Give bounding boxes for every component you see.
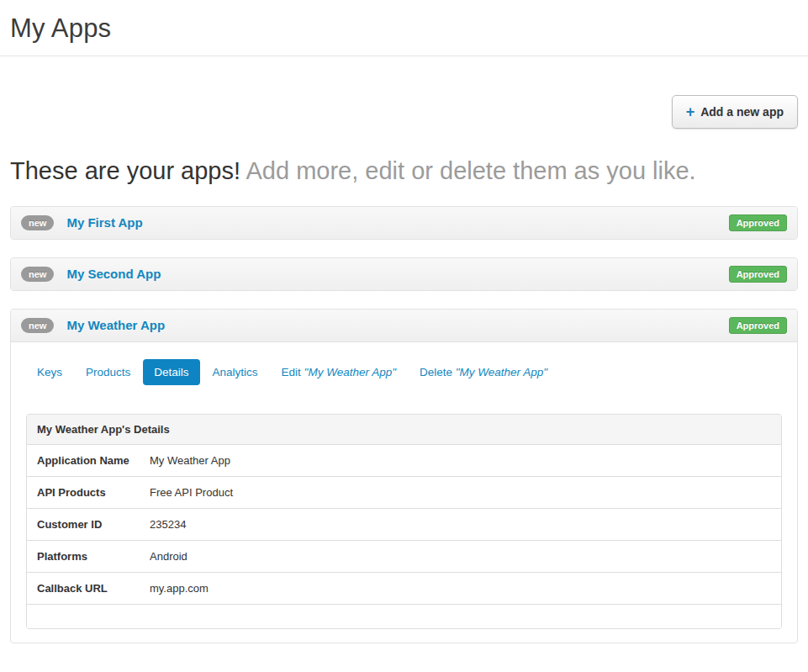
app-name-link[interactable]: My First App (66, 215, 142, 230)
tab-products-label[interactable]: Products (75, 359, 141, 385)
details-row-label: API Products (37, 486, 150, 499)
details-table-title: My Weather App's Details (27, 415, 781, 445)
details-row-application-name: Application Name My Weather App (27, 445, 781, 477)
app-panel-header[interactable]: new My Second App Approved (11, 258, 797, 290)
details-row-value: Free API Product (150, 486, 771, 499)
tab-details-label[interactable]: Details (143, 359, 199, 385)
status-badge: Approved (729, 214, 787, 231)
app-tabs: Keys Products Details Analytics Edit "My… (26, 359, 782, 385)
details-row-label: Customer ID (37, 518, 150, 531)
details-row-value: my.app.com (150, 582, 771, 595)
details-row-callback-url: Callback URL my.app.com (27, 573, 781, 605)
tab-keys-label[interactable]: Keys (26, 359, 73, 385)
tab-delete-app[interactable]: Delete "My Weather App" (409, 359, 558, 385)
page-header: My Apps (0, 0, 808, 56)
details-row-label: Platforms (37, 550, 150, 563)
app-panel-weather: new My Weather App Approved Keys Product… (10, 309, 798, 643)
tab-delete-app-link[interactable]: Delete "My Weather App" (409, 359, 558, 385)
details-row-value: My Weather App (150, 454, 771, 467)
new-badge: new (21, 215, 54, 230)
headline-secondary: Add more, edit or delete them as you lik… (240, 157, 696, 184)
details-row-platforms: Platforms Android (27, 541, 781, 573)
details-row-customer-id: Customer ID 235234 (27, 509, 781, 541)
main-content: + Add a new app These are your apps! Add… (0, 56, 808, 643)
app-name-link[interactable]: My Weather App (66, 318, 165, 332)
tab-edit-prefix: Edit (282, 366, 304, 378)
add-button-label: Add a new app (700, 105, 784, 119)
app-panel-header[interactable]: new My First App Approved (11, 207, 797, 239)
plus-icon: + (686, 106, 695, 118)
tab-delete-app-name: "My Weather App" (456, 366, 547, 378)
app-panel-body: Keys Products Details Analytics Edit "My… (11, 342, 797, 643)
new-badge: new (21, 318, 54, 333)
add-new-app-button[interactable]: + Add a new app (672, 95, 798, 129)
details-row-label: Application Name (37, 454, 150, 467)
tab-analytics-label[interactable]: Analytics (202, 359, 269, 385)
app-panel-second: new My Second App Approved (10, 257, 798, 291)
toolbar: + Add a new app (10, 56, 798, 129)
tab-edit-app[interactable]: Edit "My Weather App" (271, 359, 407, 385)
tab-products[interactable]: Products (75, 359, 141, 385)
details-row-label: Callback URL (37, 582, 150, 595)
tab-details[interactable]: Details (143, 359, 199, 385)
app-panel-first: new My First App Approved (10, 206, 798, 240)
page-title: My Apps (10, 13, 798, 44)
tab-keys[interactable]: Keys (26, 359, 73, 385)
status-badge: Approved (729, 266, 787, 283)
app-details-table: My Weather App's Details Application Nam… (26, 414, 782, 629)
tab-edit-app-link[interactable]: Edit "My Weather App" (271, 359, 407, 385)
app-name-link[interactable]: My Second App (66, 267, 161, 281)
headline: These are your apps! Add more, edit or d… (10, 156, 798, 186)
tab-edit-app-name: "My Weather App" (304, 366, 396, 378)
app-panel-header[interactable]: new My Weather App Approved (11, 310, 797, 342)
details-table-spacer (27, 605, 781, 628)
details-row-value: Android (150, 550, 771, 563)
details-row-api-products: API Products Free API Product (27, 477, 781, 509)
headline-primary: These are your apps! (10, 157, 240, 184)
status-badge: Approved (729, 317, 787, 334)
new-badge: new (21, 267, 54, 282)
details-row-value: 235234 (150, 518, 771, 531)
tab-delete-prefix: Delete (420, 366, 456, 378)
tab-analytics[interactable]: Analytics (202, 359, 269, 385)
